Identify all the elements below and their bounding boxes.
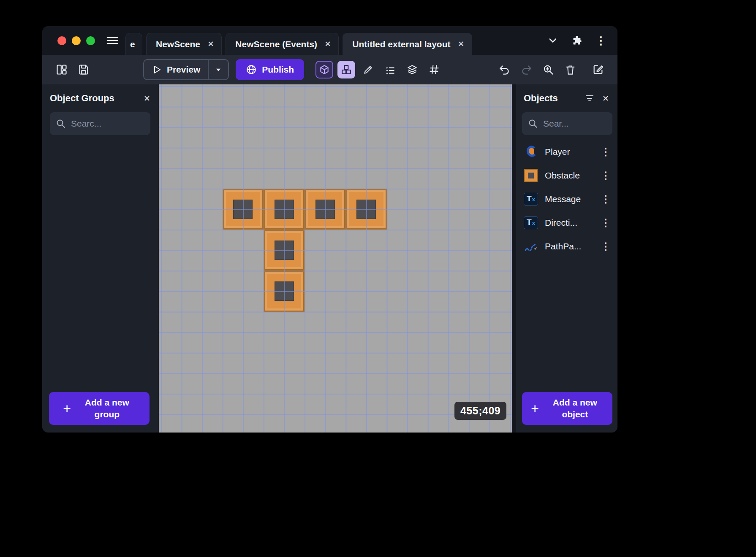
publish-button[interactable]: Publish — [236, 59, 304, 80]
add-group-button[interactable]: + Add a new group — [49, 392, 150, 425]
window-zoom-button[interactable] — [86, 36, 95, 45]
tab-untitled-external-layout[interactable]: Untitled external layout ✕ — [343, 33, 472, 55]
object-groups-header: Object Groups ✕ — [42, 84, 159, 105]
add-group-label: Add a new group — [79, 397, 136, 421]
object-name: Player — [545, 147, 570, 157]
extensions-button[interactable] — [571, 35, 583, 46]
objects-panel: Objects ✕ — [516, 84, 617, 433]
layout-panels-icon — [56, 64, 68, 76]
tab-label: NewScene (Events) — [235, 39, 317, 49]
toolbar-right-group — [494, 61, 609, 78]
obstacle-instance[interactable] — [345, 189, 386, 230]
obstacle-instance[interactable] — [264, 189, 305, 230]
app-window: e NewScene ✕ NewScene (Events) ✕ Untitle… — [42, 26, 617, 433]
close-icon[interactable]: ✕ — [458, 40, 464, 49]
preview-options-dropdown[interactable] — [209, 66, 228, 73]
main-area: Object Groups ✕ + Add a new group 455;40… — [42, 84, 617, 433]
tab-label: Untitled external layout — [352, 39, 450, 49]
object-menu-button[interactable]: ⋮ — [597, 146, 614, 158]
undo-button[interactable] — [496, 61, 514, 78]
object-name: Directi... — [545, 218, 577, 228]
object-row-directions[interactable]: Tx Directi... ⋮ — [516, 211, 617, 235]
object-row-obstacle[interactable]: Obstacle ⋮ — [516, 164, 617, 187]
main-menu-button[interactable] — [106, 35, 119, 46]
window-close-button[interactable] — [57, 36, 66, 45]
instances-editor-button[interactable] — [337, 61, 355, 78]
object-row-message[interactable]: Tx Message ⋮ — [516, 187, 617, 211]
instances-list-button[interactable] — [381, 61, 399, 78]
redo-button[interactable] — [518, 61, 536, 78]
objects-header: Objects ✕ — [516, 84, 617, 105]
objects-close-button[interactable]: ✕ — [602, 94, 609, 103]
object-menu-button[interactable]: ⋮ — [597, 241, 614, 252]
scene-canvas[interactable]: 455;409 — [159, 84, 512, 433]
object-menu-button[interactable]: ⋮ — [597, 193, 614, 205]
instances-list-icon — [385, 64, 396, 75]
search-icon — [56, 119, 66, 129]
plus-icon: + — [531, 402, 539, 415]
tab-overflow-button[interactable] — [547, 35, 559, 46]
open-home-layout-button[interactable] — [53, 61, 71, 78]
preview-label: Preview — [167, 65, 200, 75]
tiles-layer — [159, 84, 512, 433]
note-edit-icon — [592, 64, 604, 76]
filter-icon — [585, 93, 595, 103]
object-name: Obstacle — [545, 170, 580, 181]
pencil-icon — [363, 64, 374, 75]
3d-view-button[interactable] — [315, 61, 333, 78]
hamburger-icon — [106, 35, 119, 46]
text-object-icon: Tx — [523, 215, 539, 230]
tab-newscene[interactable]: NewScene ✕ — [146, 33, 222, 55]
object-groups-search — [50, 112, 150, 135]
objects-filter-button[interactable] — [585, 93, 595, 103]
plus-icon: + — [63, 402, 71, 415]
player-sprite-icon — [523, 144, 539, 160]
tab-label: NewScene — [156, 39, 200, 49]
window-minimize-button[interactable] — [72, 36, 81, 45]
window-controls — [57, 36, 95, 45]
objects-search-input[interactable] — [543, 119, 606, 129]
preview-button[interactable]: Preview — [144, 65, 208, 75]
publish-label: Publish — [262, 65, 294, 75]
cubes-stack-icon — [341, 64, 352, 75]
obstacle-instance[interactable] — [305, 189, 345, 230]
save-button[interactable] — [75, 61, 92, 78]
add-object-button[interactable]: + Add a new object — [522, 392, 612, 425]
obstacle-tile-icon — [523, 168, 539, 183]
object-menu-button[interactable]: ⋮ — [597, 217, 614, 229]
object-groups-close-button[interactable]: ✕ — [144, 94, 150, 103]
delete-button[interactable] — [562, 61, 579, 78]
trash-icon — [565, 64, 576, 76]
tab-newscene-events[interactable]: NewScene (Events) ✕ — [226, 33, 339, 55]
edit-scene-button[interactable] — [359, 61, 377, 78]
editor-mode-icons — [313, 61, 445, 78]
toolbar-center-group: Preview Publish — [143, 59, 445, 80]
close-icon[interactable]: ✕ — [325, 40, 331, 49]
close-icon: ✕ — [144, 94, 150, 103]
zoom-button[interactable] — [540, 61, 557, 78]
grid-toggle-button[interactable] — [425, 61, 443, 78]
object-groups-search-input[interactable] — [71, 119, 144, 129]
layers-button[interactable] — [403, 61, 421, 78]
close-icon: ✕ — [602, 94, 609, 103]
grid-icon — [429, 64, 440, 75]
object-menu-button[interactable]: ⋮ — [597, 170, 614, 181]
tab-bar: e NewScene ✕ NewScene (Events) ✕ Untitle… — [42, 26, 617, 55]
obstacle-instance[interactable] — [264, 230, 305, 270]
undo-icon — [499, 64, 510, 76]
tab-partial-hidden[interactable]: e — [125, 33, 142, 55]
objects-title: Objects — [524, 93, 577, 104]
obstacle-instance[interactable] — [223, 189, 264, 230]
edit-scene-properties-button[interactable] — [589, 61, 607, 78]
obstacle-instance[interactable] — [264, 270, 305, 311]
close-icon[interactable]: ✕ — [208, 40, 214, 49]
object-row-player[interactable]: Player ⋮ — [516, 140, 617, 164]
cursor-coordinates-badge: 455;409 — [454, 402, 506, 420]
puzzle-icon — [571, 35, 583, 46]
caret-down-icon — [215, 66, 222, 73]
window-menu-button[interactable]: ⋮ — [596, 35, 606, 46]
add-object-label: Add a new object — [547, 397, 604, 421]
object-row-pathpaint[interactable]: PathPa... ⋮ — [516, 235, 617, 258]
tab-label: e — [130, 39, 135, 49]
preview-button-group: Preview — [143, 59, 229, 80]
